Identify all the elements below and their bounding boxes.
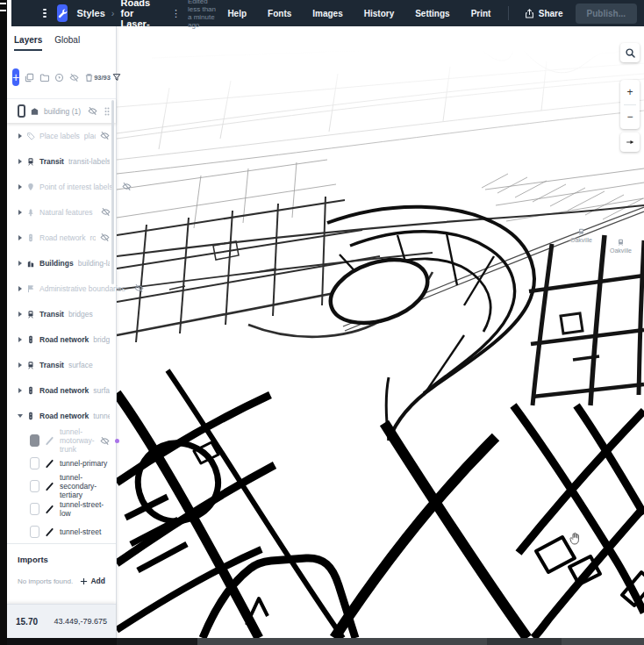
sublayer-row-tunnel-motorway-trunk[interactable]: tunnel-motorway-trunk	[7, 429, 116, 452]
share-icon	[525, 9, 534, 18]
map-search-button[interactable]	[620, 43, 640, 62]
filter-layers-button[interactable]: 93/93	[94, 73, 121, 82]
layer-name: Natural features	[39, 208, 92, 217]
layer-id: road-labels	[89, 233, 96, 242]
layers-sidebar: Layers Global + 93/93 building (1)	[7, 26, 117, 638]
sublayer-label: tunnel-street	[60, 527, 101, 536]
top-bar: Styles Solid Roads for Laser-Cutting Edi…	[11, 0, 644, 26]
visibility-off-icon[interactable]	[101, 207, 111, 217]
layer-list: Place labelsplace-labelsTransittransit-l…	[7, 123, 116, 428]
building-icon	[26, 259, 35, 268]
road-icon	[26, 412, 35, 420]
zoom-out-button[interactable]: −	[620, 105, 640, 130]
duplicate-layer-icon[interactable]	[25, 73, 34, 82]
expand-caret-icon[interactable]	[18, 133, 22, 139]
layer-row-road-labels[interactable]: Road networkroad-labels	[7, 225, 116, 250]
expand-caret-icon[interactable]	[18, 184, 22, 190]
breadcrumb-styles[interactable]: Styles	[76, 8, 104, 18]
tab-layers[interactable]: Layers	[14, 35, 42, 51]
visibility-off-icon[interactable]	[134, 283, 144, 293]
map-zoom-controls: + −	[620, 80, 640, 129]
sidebar-tabs: Layers Global	[14, 35, 80, 51]
topbar-nav-settings[interactable]: Settings	[415, 9, 449, 18]
topbar-nav-history[interactable]: History	[364, 9, 394, 18]
delete-layer-trash-icon[interactable]	[84, 73, 94, 82]
layer-row-poi-labels[interactable]: Point of interest labelspoi-labels	[7, 174, 116, 199]
topbar-nav-print[interactable]: Print	[471, 9, 491, 18]
group-folder-icon[interactable]	[39, 73, 49, 82]
layer-row-admin[interactable]: Administrative boundariesadmin	[7, 276, 116, 301]
visibility-off-icon[interactable]	[100, 233, 110, 242]
visibility-off-icon[interactable]	[100, 131, 110, 140]
layer-name: Point of interest labels	[39, 183, 113, 191]
style-title[interactable]: Solid Roads for Laser-Cutting	[121, 0, 164, 39]
sidebar-scrollbar[interactable]	[111, 100, 114, 284]
add-import-label: Add	[90, 577, 105, 585]
layer-row-bridges[interactable]: Transitbridges	[7, 301, 116, 326]
drag-handle-icon[interactable]	[104, 106, 111, 117]
sublayer-row-tunnel-primary[interactable]: tunnel-primary	[7, 452, 116, 475]
expand-caret-icon[interactable]	[18, 261, 22, 266]
road-icon	[26, 386, 35, 395]
locate-layer-icon[interactable]	[54, 73, 64, 82]
topbar-nav-images[interactable]: Images	[312, 9, 342, 18]
edge-tick	[0, 10, 6, 11]
modified-indicator-dot	[115, 439, 119, 443]
style-wrench-icon[interactable]	[57, 4, 68, 22]
layer-swatch	[30, 480, 39, 492]
expand-caret-icon[interactable]	[18, 235, 22, 240]
visibility-off-icon[interactable]	[100, 436, 110, 446]
share-button[interactable]: Share	[525, 9, 563, 18]
bottom-scroll-bar[interactable]	[7, 638, 644, 645]
layer-name: Road network	[39, 335, 89, 344]
breadcrumb-chevron-icon	[111, 8, 115, 18]
add-layer-button[interactable]: +	[12, 68, 19, 86]
layer-name: Transit	[39, 310, 64, 319]
expand-caret-icon[interactable]	[18, 210, 22, 215]
selected-layer-row[interactable]: building (1)	[7, 98, 116, 123]
layer-row-bridges[interactable]: Road networkbridges	[7, 326, 116, 352]
imports-title: Imports	[18, 555, 105, 564]
sublayer-row-tunnel-secondary-tertiary[interactable]: tunnel-secondary-tertiary	[7, 475, 116, 498]
compass-bearing-button[interactable]	[620, 133, 640, 152]
topbar-nav-fonts[interactable]: Fonts	[268, 9, 291, 18]
topbar-nav-help[interactable]: Help	[227, 9, 247, 18]
road-icon	[26, 233, 35, 242]
map-canvas[interactable]: OakvilleOakville + −	[117, 26, 644, 638]
plus-icon	[80, 577, 88, 585]
layer-row-building-labels[interactable]: Buildingsbuilding-labels	[7, 250, 116, 276]
layer-id: surface	[68, 361, 93, 369]
visibility-off-icon[interactable]	[122, 182, 132, 191]
layer-name: Buildings	[39, 259, 74, 268]
sublayer-row-tunnel-street-low[interactable]: tunnel-street-low	[7, 498, 116, 520]
publish-button[interactable]: Publish...	[576, 4, 637, 24]
visibility-off-icon[interactable]	[88, 106, 97, 116]
sublayer-row-tunnel-street[interactable]: tunnel-street	[7, 520, 116, 543]
expand-caret-icon[interactable]	[18, 362, 22, 368]
layer-name: Road network	[39, 386, 89, 395]
layer-row-tunnels[interactable]: Road networktunnels	[7, 403, 116, 428]
expand-caret-icon[interactable]	[18, 312, 22, 317]
bottom-bar-segment	[7, 638, 117, 645]
expand-caret-icon[interactable]	[18, 286, 22, 291]
expand-caret-icon[interactable]	[18, 414, 23, 418]
hide-layer-eye-off-icon[interactable]	[69, 73, 79, 82]
layer-id: surface	[93, 386, 110, 395]
compass-arrow-icon	[625, 137, 635, 147]
layer-row-place-labels[interactable]: Place labelsplace-labels	[7, 123, 116, 148]
layer-row-natural-labels[interactable]: Natural featuresnatural-labels	[7, 199, 116, 225]
expand-caret-icon[interactable]	[18, 337, 22, 342]
tab-global[interactable]: Global	[54, 35, 80, 51]
add-import-button[interactable]: Add	[80, 577, 105, 585]
style-options-kebab-icon[interactable]	[171, 8, 181, 19]
expand-caret-icon[interactable]	[18, 159, 22, 164]
layer-row-surface[interactable]: Transitsurface	[7, 352, 116, 377]
layer-row-transit-labels[interactable]: Transittransit-labels	[7, 148, 116, 174]
layer-id: place-labels	[84, 132, 96, 140]
layer-row-surface[interactable]: Road networksurface	[7, 377, 116, 403]
zoom-in-button[interactable]: +	[620, 80, 640, 104]
expand-caret-icon[interactable]	[18, 388, 22, 393]
app-window: Styles Solid Roads for Laser-Cutting Edi…	[0, 0, 644, 645]
hamburger-menu-icon[interactable]	[43, 9, 47, 18]
bottom-bar-segment	[487, 638, 562, 645]
